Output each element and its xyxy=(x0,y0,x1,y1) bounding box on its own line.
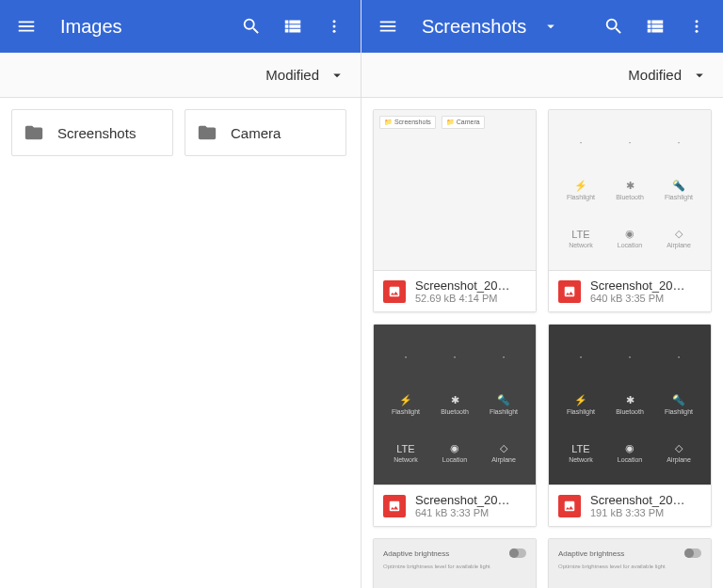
sort-label: Modified xyxy=(265,67,319,83)
thumbnail: Adaptive brightness Optimize brightness … xyxy=(549,539,711,588)
folder-label: Camera xyxy=(231,125,281,141)
file-meta: 52.69 kB 4:14 PM xyxy=(415,293,509,304)
thumbnail: Adaptive brightness Optimize brightness … xyxy=(374,539,536,588)
folder-label: Screenshots xyxy=(57,125,136,141)
file-card[interactable]: ··· ⚡Flashlight✱Bluetooth🔦Flashlight LTE… xyxy=(548,324,712,527)
file-card[interactable]: Adaptive brightness Optimize brightness … xyxy=(373,538,537,588)
images-pane: Images Modified Screenshots Camera xyxy=(0,0,362,588)
search-icon[interactable] xyxy=(234,9,268,43)
screenshots-pane: Screenshots Modified 📁 Screenshots 📁 Cam… xyxy=(362,0,723,588)
svg-point-4 xyxy=(696,25,699,28)
page-title: Screenshots xyxy=(422,16,526,38)
view-list-icon[interactable] xyxy=(276,9,310,43)
view-list-icon[interactable] xyxy=(638,9,672,43)
more-icon[interactable] xyxy=(680,9,714,43)
image-icon xyxy=(558,495,581,517)
svg-point-2 xyxy=(333,30,336,33)
thumbnail: 📁 Screenshots 📁 Camera xyxy=(374,110,536,270)
file-meta: 191 kB 3:33 PM xyxy=(590,507,684,518)
page-title: Images xyxy=(60,16,122,38)
image-icon xyxy=(383,280,406,303)
appbar: Images xyxy=(0,0,361,53)
svg-point-3 xyxy=(696,20,699,23)
menu-icon[interactable] xyxy=(371,9,405,43)
file-name: Screenshot_20… xyxy=(415,278,509,293)
image-icon xyxy=(558,280,581,303)
folder-screenshots[interactable]: Screenshots xyxy=(11,109,173,156)
file-card[interactable]: 📁 Screenshots 📁 Camera Screenshot_20… 52… xyxy=(373,109,537,312)
sort-label: Modified xyxy=(628,67,682,83)
file-caption: Screenshot_20… 640 kB 3:35 PM xyxy=(549,270,711,311)
sort-button[interactable]: Modified xyxy=(0,53,361,98)
more-icon[interactable] xyxy=(317,9,351,43)
menu-icon[interactable] xyxy=(9,9,43,43)
file-card[interactable]: ··· ⚡Flashlight✱Bluetooth🔦Flashlight LTE… xyxy=(373,324,537,527)
file-meta: 641 kB 3:33 PM xyxy=(415,507,509,518)
file-card[interactable]: Adaptive brightness Optimize brightness … xyxy=(548,538,712,588)
chevron-down-icon xyxy=(329,67,345,84)
title-dropdown-icon[interactable] xyxy=(534,9,568,43)
file-grid: 📁 Screenshots 📁 Camera Screenshot_20… 52… xyxy=(362,98,723,588)
folder-icon xyxy=(24,122,44,143)
file-name: Screenshot_20… xyxy=(590,278,684,293)
folder-icon xyxy=(197,122,217,143)
svg-point-0 xyxy=(333,20,336,23)
file-name: Screenshot_20… xyxy=(590,493,684,507)
thumbnail: ··· ⚡Flashlight✱Bluetooth🔦Flashlight LTE… xyxy=(549,325,711,485)
folder-camera[interactable]: Camera xyxy=(185,109,346,156)
thumbnail: ··· ⚡Flashlight✱Bluetooth🔦Flashlight LTE… xyxy=(549,110,711,270)
file-caption: Screenshot_20… 641 kB 3:33 PM xyxy=(374,485,536,526)
folder-list: Screenshots Camera xyxy=(0,98,361,588)
svg-point-1 xyxy=(333,25,336,28)
file-name: Screenshot_20… xyxy=(415,493,509,507)
image-icon xyxy=(383,495,406,517)
search-icon[interactable] xyxy=(597,9,631,43)
file-caption: Screenshot_20… 52.69 kB 4:14 PM xyxy=(374,270,536,311)
appbar: Screenshots xyxy=(362,0,723,53)
chevron-down-icon xyxy=(691,67,708,84)
file-card[interactable]: ··· ⚡Flashlight✱Bluetooth🔦Flashlight LTE… xyxy=(548,109,712,312)
file-caption: Screenshot_20… 191 kB 3:33 PM xyxy=(549,485,711,526)
file-meta: 640 kB 3:35 PM xyxy=(590,293,684,304)
sort-button[interactable]: Modified xyxy=(362,53,723,98)
svg-point-5 xyxy=(696,30,699,33)
thumbnail: ··· ⚡Flashlight✱Bluetooth🔦Flashlight LTE… xyxy=(374,325,536,485)
